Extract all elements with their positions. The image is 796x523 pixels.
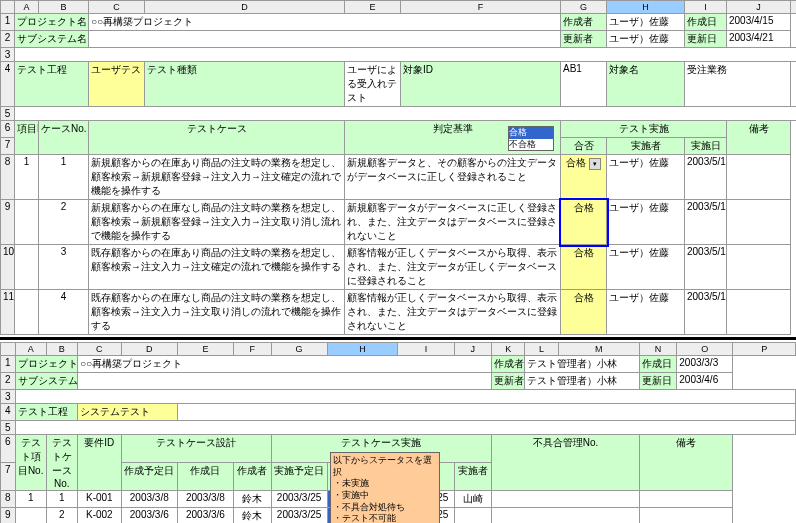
hdr-remark: 備考 bbox=[727, 121, 791, 155]
case-no[interactable]: 3 bbox=[39, 245, 89, 290]
item-no[interactable] bbox=[15, 200, 39, 245]
executor-cell[interactable]: ユーザ）佐藤 bbox=[607, 290, 685, 335]
hdr-item: 項目No. bbox=[15, 121, 39, 155]
lbl-targetname: 対象名 bbox=[607, 62, 685, 107]
row-7[interactable]: 7 bbox=[1, 138, 15, 155]
hdr-execdate: 実施日 bbox=[685, 138, 727, 155]
bottom-sheet-container: ABCDEFGHIJKLMNOP 1 プロジェクト名 ○○再構築プロジェクト 作… bbox=[0, 342, 796, 523]
val-project[interactable]: ○○再構築プロジェクト bbox=[89, 14, 561, 31]
lbl-updatedate: 更新日 bbox=[685, 31, 727, 48]
col-K[interactable]: K bbox=[791, 1, 797, 14]
row-6[interactable]: 6 bbox=[1, 121, 15, 138]
lbl-targetid: 対象ID bbox=[401, 62, 561, 107]
result-cell[interactable]: 合格 bbox=[561, 245, 607, 290]
lbl-creator: 作成者 bbox=[561, 14, 607, 31]
hdr-executor: 実施者 bbox=[607, 138, 685, 155]
val-updatedate[interactable]: 2003/4/21 bbox=[727, 31, 791, 48]
testcase-text[interactable]: 新規顧客からの在庫あり商品の注文時の業務を想定し、顧客検索→新規顧客登録→注文入… bbox=[89, 155, 345, 200]
col-C[interactable]: C bbox=[89, 1, 145, 14]
testcase-text[interactable]: 新規顧客からの在庫なし商品の注文時の業務を想定し、顧客検索→新規顧客登録→注文入… bbox=[89, 200, 345, 245]
row-1[interactable]: 1 bbox=[1, 14, 15, 31]
col-headers: ABCDEFGHIJK bbox=[1, 1, 797, 14]
testcase-text[interactable]: 既存顧客からの在庫なし商品の注文時の業務を想定し、顧客検索→注文入力→注文取り消… bbox=[89, 290, 345, 335]
result-cell[interactable]: 合格 bbox=[561, 290, 607, 335]
dd-pass[interactable]: 合格 bbox=[509, 127, 553, 139]
val-updater[interactable]: ユーザ）佐藤 bbox=[607, 31, 685, 48]
val-creator[interactable]: ユーザ）佐藤 bbox=[607, 14, 685, 31]
val-targetname[interactable]: 受注業務 bbox=[685, 62, 791, 107]
hdr-gouhi: 合否 bbox=[561, 138, 607, 155]
hdr-exec: テスト実施 bbox=[561, 121, 727, 138]
result-cell[interactable]: 合格 bbox=[561, 200, 607, 245]
col-J[interactable]: J bbox=[727, 1, 791, 14]
execdate-cell[interactable]: 2003/5/11 bbox=[685, 290, 727, 335]
gouhi-dropdown[interactable]: 合格 不合格 bbox=[508, 126, 554, 151]
val-targetid[interactable]: AB1 bbox=[561, 62, 607, 107]
executor-cell[interactable]: ユーザ）佐藤 bbox=[607, 155, 685, 200]
hdr-testcase: テストケース bbox=[89, 121, 345, 155]
val-testtype[interactable]: ユーザによる受入れテスト bbox=[345, 62, 401, 107]
testcase-text[interactable]: 既存顧客からの在庫あり商品の注文時の業務を想定し、顧客検索→注文入力→注文確定の… bbox=[89, 245, 345, 290]
row-5[interactable]: 5 bbox=[1, 107, 15, 121]
col-G[interactable]: G bbox=[561, 1, 607, 14]
criteria-text[interactable]: 新規顧客データと、その顧客からの注文データがデータベースに正しく登録されること bbox=[345, 155, 561, 200]
chevron-down-icon[interactable]: ▾ bbox=[589, 158, 601, 170]
remark-cell[interactable] bbox=[727, 200, 791, 245]
row-2[interactable]: 2 bbox=[1, 31, 15, 48]
remark-cell[interactable] bbox=[727, 290, 791, 335]
row-3[interactable]: 3 bbox=[1, 48, 15, 62]
lbl-project: プロジェクト名 bbox=[15, 14, 89, 31]
executor-cell[interactable]: ユーザ）佐藤 bbox=[607, 200, 685, 245]
status-dropdown[interactable]: 以下からステータスを選択 ・未実施 ・実施中 ・不具合対処待ち ・テスト不可能 … bbox=[330, 452, 440, 523]
top-sheet-container: ABCDEFGHIJK 1 プロジェクト名 ○○再構築プロジェクト 作成者 ユー… bbox=[0, 0, 796, 335]
col-H[interactable]: H bbox=[607, 1, 685, 14]
lbl-updater: 更新者 bbox=[561, 31, 607, 48]
result-cell[interactable]: 合格 ▾ bbox=[561, 155, 607, 200]
col-B[interactable]: B bbox=[39, 1, 89, 14]
criteria-text[interactable]: 顧客情報が正しくデータベースから取得、表示され、また、注文データが正しくデータベ… bbox=[345, 245, 561, 290]
top-sheet: ABCDEFGHIJK 1 プロジェクト名 ○○再構築プロジェクト 作成者 ユー… bbox=[0, 0, 796, 335]
val-createdate[interactable]: 2003/4/15 bbox=[727, 14, 791, 31]
col-A[interactable]: A bbox=[15, 1, 39, 14]
criteria-text[interactable]: 新規顧客データがデータベースに正しく登録され、また、注文データはデータベースに登… bbox=[345, 200, 561, 245]
remark-cell[interactable] bbox=[727, 155, 791, 200]
item-no[interactable] bbox=[15, 290, 39, 335]
execdate-cell[interactable]: 2003/5/11 bbox=[685, 155, 727, 200]
row-4[interactable]: 4 bbox=[1, 62, 15, 107]
remark-cell[interactable] bbox=[727, 245, 791, 290]
execdate-cell[interactable]: 2003/5/11 bbox=[685, 245, 727, 290]
lbl-createdate: 作成日 bbox=[685, 14, 727, 31]
case-no[interactable]: 2 bbox=[39, 200, 89, 245]
val-process[interactable]: ユーザテスト bbox=[89, 62, 145, 107]
hdr-case: ケースNo. bbox=[39, 121, 89, 155]
item-no[interactable] bbox=[15, 245, 39, 290]
criteria-text[interactable]: 顧客情報が正しくデータベースから取得、表示され、また、注文データはデータベースに… bbox=[345, 290, 561, 335]
executor-cell[interactable]: ユーザ）佐藤 bbox=[607, 245, 685, 290]
case-no[interactable]: 4 bbox=[39, 290, 89, 335]
lbl-subsystem: サブシステム名 bbox=[15, 31, 89, 48]
execdate-cell[interactable]: 2003/5/11 bbox=[685, 200, 727, 245]
lbl-testtype: テスト種類 bbox=[145, 62, 345, 107]
col-D[interactable]: D bbox=[145, 1, 345, 14]
col-F[interactable]: F bbox=[401, 1, 561, 14]
col-E[interactable]: E bbox=[345, 1, 401, 14]
col-I[interactable]: I bbox=[685, 1, 727, 14]
lbl-process: テスト工程 bbox=[15, 62, 89, 107]
dd-fail[interactable]: 不合格 bbox=[509, 139, 553, 151]
case-no[interactable]: 1 bbox=[39, 155, 89, 200]
item-no[interactable]: 1 bbox=[15, 155, 39, 200]
